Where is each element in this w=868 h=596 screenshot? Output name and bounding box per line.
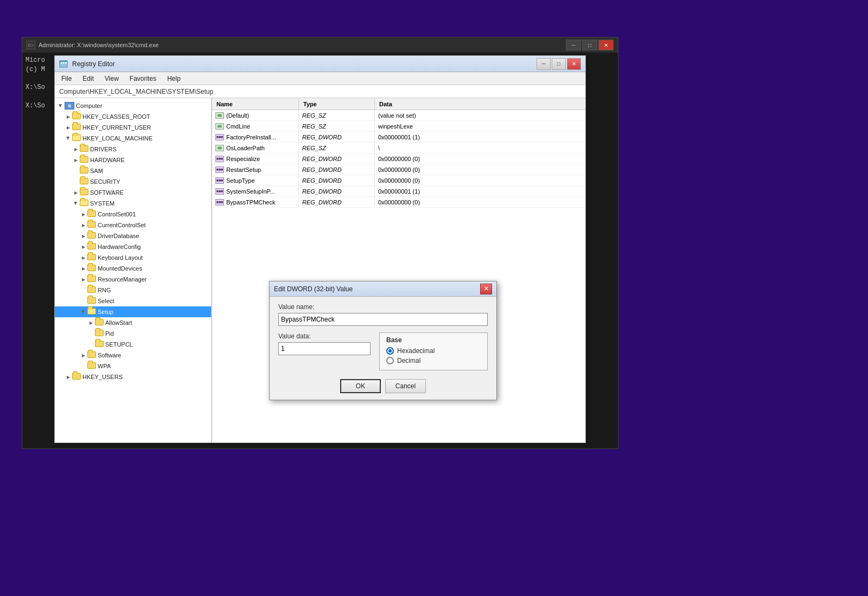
cmd-minimize-btn[interactable]: ─ <box>566 40 581 50</box>
tree-item-software[interactable]: ▶ SOFTWARE <box>55 187 211 198</box>
reg-icon-systemsetup: ■■■ <box>215 188 224 195</box>
value-row-respecialize[interactable]: ■■■ Respecialize REG_DWORD 0x00000000 (0… <box>212 153 585 164</box>
value-row-cmdline[interactable]: ab CmdLine REG_SZ winpeshLexe <box>212 121 585 132</box>
value-data-osloader: \ <box>375 143 585 153</box>
tree-item-rng[interactable]: RNG <box>55 285 211 296</box>
tree-item-pid[interactable]: Pid <box>55 328 211 339</box>
dialog-title: Edit DWORD (32-bit) Value <box>274 285 353 293</box>
value-row-systemsetup[interactable]: ■■■ SystemSetupInP... REG_DWORD 0x000000… <box>212 186 585 197</box>
menu-view[interactable]: View <box>100 74 123 84</box>
tree-label-setupcl: SETUPCL <box>105 341 133 348</box>
svg-rect-4 <box>65 62 67 63</box>
menu-file[interactable]: File <box>57 74 76 84</box>
value-name-input[interactable] <box>278 313 488 326</box>
dec-radio[interactable] <box>386 357 394 364</box>
tree-item-setup[interactable]: ▶ Setup <box>55 306 211 317</box>
tree-label-security: SECURITY <box>90 178 120 185</box>
menu-edit[interactable]: Edit <box>78 74 98 84</box>
address-text: Computer\HKEY_LOCAL_MACHINE\SYSTEM\Setup <box>59 88 213 95</box>
cmd-close-btn[interactable]: ✕ <box>598 40 614 50</box>
tree-item-hklm[interactable]: ▶ HKEY_LOCAL_MACHINE <box>55 133 211 144</box>
value-data-systemsetup: 0x00000001 (1) <box>375 186 585 196</box>
tree-item-driverdatabase[interactable]: ▶ DriverDatabase <box>55 230 211 241</box>
tree-item-mounteddevices[interactable]: ▶ MountedDevices <box>55 263 211 274</box>
dialog-close-btn[interactable]: ✕ <box>480 284 492 294</box>
tree-item-keyboardlayout[interactable]: ▶ Keyboard Layout <box>55 252 211 263</box>
folder-hklm <box>72 134 81 142</box>
arrow-allowstart: ▶ <box>87 319 95 326</box>
tree-label-currentcontrolset: CurrentControlSet <box>98 222 146 228</box>
value-row-osloader[interactable]: ab OsLoaderPath REG_SZ \ <box>212 143 585 153</box>
tree-item-setupcl[interactable]: SETUPCL <box>55 339 211 350</box>
value-row-restartsetup[interactable]: ■■■ RestartSetup REG_DWORD 0x00000000 (0… <box>212 164 585 175</box>
tree-item-drivers[interactable]: ▶ DRIVERS <box>55 144 211 155</box>
tree-panel[interactable]: ▶ 🖥 Computer ▶ HKEY_CLASSES_ROOT ▶ HKEY_… <box>55 98 212 443</box>
tree-item-resourcemanager[interactable]: ▶ ResourceManager <box>55 274 211 285</box>
folder-allowstart <box>95 319 104 326</box>
cancel-button[interactable]: Cancel <box>385 379 426 393</box>
regedit-title: Registry Editor <box>72 60 115 68</box>
tree-label-hkcu: HKEY_CURRENT_USER <box>82 124 151 131</box>
tree-item-hkcu[interactable]: ▶ HKEY_CURRENT_USER <box>55 122 211 133</box>
regedit-minimize-btn[interactable]: ─ <box>537 58 551 70</box>
tree-item-hku[interactable]: ▶ HKEY_USERS <box>55 371 211 382</box>
tree-item-security[interactable]: SECURITY <box>55 176 211 187</box>
tree-item-controlset001[interactable]: ▶ ControlSet001 <box>55 209 211 220</box>
hex-radio-row[interactable]: Hexadecimal <box>386 347 481 355</box>
value-row-factorypre[interactable]: ■■■ FactoryPreInstall... REG_DWORD 0x000… <box>212 132 585 143</box>
menu-favorites[interactable]: Favorites <box>125 74 161 84</box>
value-type-default: REG_SZ <box>299 110 375 120</box>
value-type-respecialize: REG_DWORD <box>299 153 375 164</box>
value-data-respecialize: 0x00000000 (0) <box>375 153 585 164</box>
tree-item-allowstart[interactable]: ▶ AllowStart <box>55 317 211 328</box>
arrow-controlset001: ▶ <box>80 210 87 218</box>
arrow-driverdatabase: ▶ <box>80 232 87 240</box>
regedit-close-btn[interactable]: ✕ <box>567 58 581 70</box>
folder-system <box>80 200 88 207</box>
arrow-select <box>80 297 87 305</box>
value-row-default[interactable]: ab (Default) REG_SZ (value not set) <box>212 110 585 121</box>
tree-item-hkcr[interactable]: ▶ HKEY_CLASSES_ROOT <box>55 111 211 122</box>
value-row-setuptype[interactable]: ■■■ SetupType REG_DWORD 0x00000000 (0) <box>212 175 585 186</box>
tree-label-sam: SAM <box>90 168 103 174</box>
col-type: Type <box>299 98 375 110</box>
tree-item-sam[interactable]: SAM <box>55 165 211 176</box>
hex-radio[interactable] <box>386 347 394 355</box>
tree-item-system[interactable]: ▶ SYSTEM <box>55 198 211 209</box>
computer-icon: 🖥 <box>65 102 74 110</box>
dec-label: Decimal <box>397 357 420 364</box>
tree-item-computer[interactable]: ▶ 🖥 Computer <box>55 100 211 111</box>
tree-item-hardware[interactable]: ▶ HARDWARE <box>55 155 211 165</box>
value-row-bypasstpm[interactable]: ■■■ BypassTPMCheck REG_DWORD 0x00000000 … <box>212 197 585 208</box>
svg-rect-6 <box>61 66 62 67</box>
folder-select <box>87 297 96 305</box>
folder-controlset001 <box>87 210 96 218</box>
folder-wpa <box>87 362 96 370</box>
regedit-maximize-btn[interactable]: □ <box>552 58 566 70</box>
col-name: Name <box>212 98 299 110</box>
tree-item-wpa[interactable]: WPA <box>55 361 211 371</box>
arrow-hkcr: ▶ <box>65 113 72 120</box>
reg-icon-osloader: ab <box>215 145 224 151</box>
regedit-titlebar-btns: ─ □ ✕ <box>537 58 581 70</box>
cmd-maximize-btn[interactable]: □ <box>582 40 597 50</box>
value-name-bypasstpm: ■■■ BypassTPMCheck <box>212 197 299 207</box>
value-data-default: (value not set) <box>375 110 585 120</box>
tree-item-currentcontrolset[interactable]: ▶ CurrentControlSet <box>55 220 211 230</box>
menu-help[interactable]: Help <box>163 74 185 84</box>
tree-item-hardwareconfig[interactable]: ▶ HardwareConfig <box>55 241 211 252</box>
reg-icon-restartsetup: ■■■ <box>215 166 224 173</box>
arrow-drivers: ▶ <box>72 145 80 153</box>
arrow-hardwareconfig: ▶ <box>80 243 87 251</box>
value-type-bypasstpm: REG_DWORD <box>299 197 375 207</box>
arrow-hku: ▶ <box>65 373 72 381</box>
tree-item-software2[interactable]: ▶ Software <box>55 350 211 361</box>
value-data-input[interactable] <box>278 342 371 355</box>
folder-pid <box>95 330 104 337</box>
tree-item-select[interactable]: Select <box>55 296 211 306</box>
reg-icon-sz: ab <box>215 112 224 119</box>
dec-radio-row[interactable]: Decimal <box>386 357 481 364</box>
ok-button[interactable]: OK <box>340 379 381 393</box>
address-bar: Computer\HKEY_LOCAL_MACHINE\SYSTEM\Setup <box>55 85 585 98</box>
values-header: Name Type Data <box>212 98 585 110</box>
